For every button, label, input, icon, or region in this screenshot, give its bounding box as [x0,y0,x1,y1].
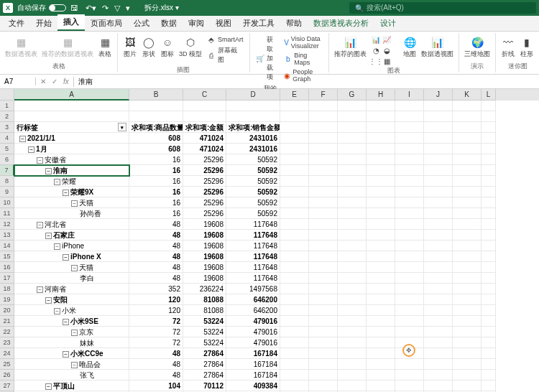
cell[interactable]: 50592 [226,197,280,208]
search-box[interactable]: 🔍 搜索(Alt+Q) [349,2,536,14]
cell[interactable]: 1497568 [226,284,280,294]
cell[interactable]: 72 [129,316,183,327]
cell[interactable] [482,241,496,251]
collapse-icon[interactable]: − [37,222,43,228]
cell[interactable] [482,230,496,241]
collapse-icon[interactable]: − [45,297,52,304]
chart-type-button[interactable]: ⋮⋮▦ [370,56,399,66]
cell[interactable]: 117648 [226,273,280,284]
cell[interactable] [424,284,453,294]
pivot-row-label[interactable]: 孙尚香 [14,208,129,219]
cell[interactable] [338,241,367,251]
cell[interactable] [482,154,496,165]
cell[interactable] [424,230,453,241]
cell[interactable] [367,370,395,381]
cell[interactable] [367,262,395,273]
row-header[interactable]: 20 [0,305,14,316]
tab-页面布局[interactable]: 页面布局 [85,16,128,31]
cancel-icon[interactable]: ✕ [40,78,46,85]
cell[interactable] [482,348,496,359]
cell[interactable] [309,241,338,251]
cell[interactable]: 求和项:商品数量 [129,122,183,133]
row-header[interactable]: 15 [0,251,14,262]
pivot-row-label[interactable]: −天猫 [14,262,129,273]
cell[interactable] [338,230,367,241]
cell[interactable] [309,327,338,337]
pivot-row-label[interactable]: −淮南 [14,165,129,176]
cell[interactable]: 48 [129,251,183,262]
cell[interactable] [424,111,453,122]
cell[interactable] [367,144,395,154]
cell[interactable] [482,316,496,327]
cell[interactable] [338,101,367,111]
tab-设计[interactable]: 设计 [374,16,402,31]
cell[interactable] [338,284,367,294]
autosave-toggle[interactable]: 自动保存 [17,3,66,13]
table-button[interactable]: ▦表格 [97,34,113,58]
chart-type-button[interactable]: 📊📈 [370,34,399,45]
cell[interactable]: 求和项:金额 [183,122,226,133]
cell[interactable] [309,359,338,370]
pivot-table-button[interactable]: ▦数据透视表 [4,34,38,58]
cell[interactable] [338,381,367,391]
cell[interactable] [482,111,496,122]
cell[interactable] [453,241,482,251]
recommend-pivot-button[interactable]: ▦推荐的数据透视表 [41,34,94,58]
shapes-button[interactable]: ◯形状 [141,34,157,58]
cell[interactable] [453,230,482,241]
cell[interactable]: 19608 [183,273,226,284]
cell[interactable] [309,273,338,284]
column-header[interactable]: H [367,89,395,101]
cell[interactable] [280,219,309,230]
cell[interactable] [482,337,496,348]
cell[interactable] [280,251,309,262]
redo-icon[interactable]: ↷ [102,4,109,13]
cell[interactable] [338,273,367,284]
cell[interactable] [129,101,183,111]
screenshot-button[interactable]: ⎙屏幕截图 [206,45,245,65]
column-header[interactable]: D [226,89,280,101]
cell[interactable] [424,305,453,316]
bing-maps-button[interactable]: bBing Maps [282,51,324,67]
tab-开发工具[interactable]: 开发工具 [237,16,280,31]
cell[interactable]: 479016 [226,327,280,337]
cell[interactable] [453,284,482,294]
row-header[interactable]: 25 [0,359,14,370]
pivot-row-label[interactable]: −1月 [14,144,129,154]
cell[interactable] [482,359,496,370]
cell[interactable] [395,251,424,262]
collapse-icon[interactable]: − [71,200,78,207]
cell[interactable] [424,101,453,111]
cell[interactable] [367,327,395,337]
cell[interactable] [395,294,424,305]
column-header[interactable]: K [453,89,482,101]
row-header[interactable]: 1 [0,101,14,111]
cell[interactable]: 25296 [183,165,226,176]
tab-帮助[interactable]: 帮助 [280,16,308,31]
cell[interactable]: 19608 [183,262,226,273]
cell[interactable] [367,273,395,284]
cell[interactable] [367,348,395,359]
cell[interactable]: 16 [129,165,183,176]
cell[interactable] [309,262,338,273]
collapse-icon[interactable]: − [54,308,60,314]
qat-more-icon[interactable]: ▾ [126,4,130,13]
cell[interactable] [367,133,395,144]
row-header[interactable]: 12 [0,219,14,230]
cell[interactable] [14,101,129,111]
3d-model-button[interactable]: ⬡3D 模型 [178,34,203,58]
pivot-row-label[interactable]: −小米9SE [14,316,129,327]
pivot-row-label[interactable]: −河北省 [14,219,129,230]
cell[interactable] [280,208,309,219]
cell[interactable] [280,101,309,111]
cell[interactable] [309,316,338,327]
collapse-icon[interactable]: − [54,179,60,185]
formula-input[interactable]: 淮南 [73,77,97,87]
row-header[interactable]: 27 [0,381,14,391]
cell[interactable]: 16 [129,187,183,197]
cell[interactable] [280,337,309,348]
cell[interactable] [453,133,482,144]
cell[interactable] [309,187,338,197]
cell[interactable] [183,101,226,111]
cell[interactable] [395,101,424,111]
